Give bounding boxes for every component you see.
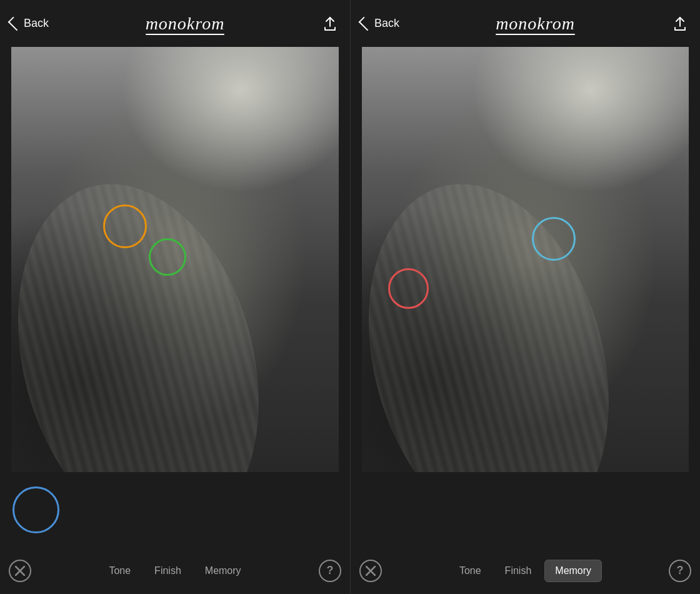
help-button-right[interactable]: ? bbox=[669, 560, 691, 582]
cancel-icon-right bbox=[366, 566, 376, 576]
photo-area-left[interactable] bbox=[11, 47, 339, 472]
app-title-right: monokrom bbox=[496, 14, 575, 34]
cancel-button-left[interactable] bbox=[9, 560, 31, 582]
tab-tone-right[interactable]: Tone bbox=[449, 560, 492, 582]
share-button-left[interactable] bbox=[321, 15, 339, 33]
orange-circle[interactable] bbox=[103, 204, 147, 248]
tab-finish-right[interactable]: Finish bbox=[494, 560, 542, 582]
bottom-area-left bbox=[0, 472, 350, 547]
tab-finish-left[interactable]: Finish bbox=[144, 560, 192, 582]
green-circle[interactable] bbox=[149, 238, 186, 276]
photo-area-right[interactable] bbox=[362, 47, 689, 472]
back-chevron-icon-right bbox=[359, 16, 373, 31]
header-left: Back monokrom bbox=[0, 0, 350, 47]
back-label-right: Back bbox=[374, 17, 399, 30]
cyan-circle[interactable] bbox=[532, 217, 576, 261]
toolbar-left: Tone Finish Memory ? bbox=[0, 547, 350, 594]
tab-group-left: Tone Finish Memory bbox=[35, 560, 315, 582]
tab-memory-left[interactable]: Memory bbox=[194, 560, 252, 582]
share-icon-right bbox=[672, 15, 688, 33]
tab-group-right: Tone Finish Memory bbox=[386, 560, 665, 582]
back-label-left: Back bbox=[24, 17, 49, 30]
help-button-left[interactable]: ? bbox=[319, 560, 341, 582]
tab-tone-left[interactable]: Tone bbox=[98, 560, 141, 582]
cancel-button-right[interactable] bbox=[359, 560, 382, 582]
app-title-left: monokrom bbox=[146, 14, 225, 34]
bottom-area-right bbox=[351, 472, 700, 547]
header-right: Back monokrom bbox=[351, 0, 700, 47]
red-circle[interactable] bbox=[388, 268, 429, 309]
share-icon-left bbox=[322, 15, 338, 33]
photo-bg-right bbox=[362, 47, 689, 472]
tab-memory-right[interactable]: Memory bbox=[544, 560, 602, 582]
phone-panel-right: Back monokrom T bbox=[350, 0, 700, 594]
phone-panel-left: Back monokrom bbox=[0, 0, 350, 594]
share-button-right[interactable] bbox=[671, 15, 689, 33]
back-button-right[interactable]: Back bbox=[362, 17, 399, 30]
toolbar-right: Tone Finish Memory ? bbox=[351, 547, 700, 594]
blue-circle[interactable] bbox=[12, 486, 59, 533]
back-button-left[interactable]: Back bbox=[11, 17, 49, 30]
cancel-icon-left bbox=[15, 566, 25, 576]
back-chevron-icon-left bbox=[8, 16, 22, 31]
